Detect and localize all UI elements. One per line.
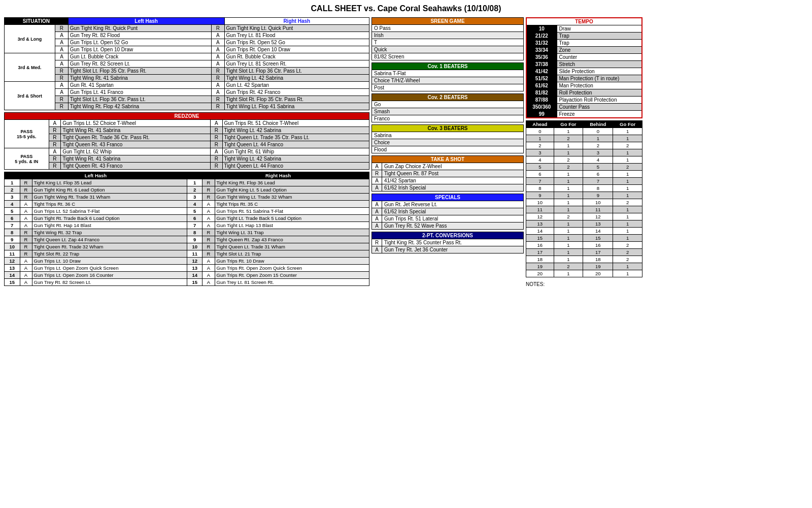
rh-play: Tight Slot Lt. 21 Trap [215,250,369,258]
letter-cell: A [372,201,382,208]
gofor-column-header: Go For [554,121,583,128]
row-number: 3 [5,194,20,201]
gofor-cell: 20 [583,270,613,277]
letter-cell: R [202,194,215,201]
gofor-cell: 1 [554,192,583,199]
letter-cell: A [20,201,32,208]
letter-cell: R [202,186,215,194]
letter-cell: R [211,155,223,163]
gofor-cell: 8 [526,185,554,192]
letter-cell: A [202,258,215,265]
cov2-header: Cov. 2 BEATERS [372,94,524,101]
letter-cell: R [20,186,32,194]
letter-cell: R [49,141,61,148]
gofor-cell: 15 [526,235,554,242]
tempo-number: 350/360 [526,104,557,111]
cov2-beaters-table: Cov. 2 BEATERS GoSmashFranco [371,93,524,122]
conversions-table: 2-PT. CONVERSIONS RTight King Rt. 35 Cou… [371,232,524,253]
situation-group-label: 3rd & Short [5,82,55,110]
letter-cell: A [372,215,382,223]
notes-section: NOTES: [526,281,642,287]
gofor-cell: 2 [583,142,613,149]
row-number: 7 [187,222,202,229]
letter-cell: A [20,258,32,265]
letter-cell: A [212,46,224,53]
lh-play: Tight Queen Rt. 43 Franco [61,141,211,148]
letter-cell: A [372,177,382,184]
letter-cell: A [202,215,215,222]
shot-header: TAKE A SHOT [372,156,524,163]
letter-cell: A [20,222,32,229]
tempo-table: TEMPO 10Draw21/22Trap31/32Trap33/34Zone3… [526,17,642,118]
gofor-cell: 1 [554,270,583,277]
letter-cell: A [212,82,224,89]
letter-cell: R [211,134,223,141]
lh-play: Tight Slot Lt. Flop 35 Ctr. Pass Rt. [68,68,211,75]
gofor-cell: 1 [554,242,583,249]
gofor-cell: 0 [583,128,613,135]
rh-play: Tight Queen Rt. Zap 43 Franco [215,236,369,243]
letter-cell: A [20,272,32,279]
row-number: 6 [187,215,202,222]
conversions-header: 2-PT. CONVERSIONS [372,232,524,239]
row-number: 8 [187,229,202,236]
gofor-cell: 3 [583,149,613,156]
gofor-cell: 1 [613,149,642,156]
lh-play: Gun Trips Lt. 52 Sabrina T-Flat [32,208,187,215]
rh-play: Tight Trips Rt. 35 C [215,201,369,208]
rh-play: Gun Trips Rt. 51 Sabrina T-Flat [215,208,369,215]
gofor-cell: 1 [613,263,642,270]
letter-cell: A [55,53,68,60]
gofor-cell: 1 [583,135,613,142]
letter-cell: R [211,163,223,170]
lh-play: Gun Trey Rt. 82 Screen Lt. [68,60,211,68]
tempo-number: 10 [526,25,557,33]
gofor-cell: 1 [554,171,583,178]
cov3-item: Choice [372,139,524,146]
letter-cell: R [49,163,61,170]
rh-play: Gun Trey Lt. 81 Screen Rt. [224,60,369,68]
letter-cell: A [55,82,68,89]
rh-play: Tight Slot Rt. Flop 35 Ctr. Pass Rt. [224,96,369,103]
rh-play: Gun Tight Lt. Hap 13 Blast [215,222,369,229]
lh-play: Tight Queen Rt. 43 Franco [61,163,211,170]
letter-cell: R [49,155,61,163]
tempo-label: Counter [557,54,642,61]
row-number: 3 [187,194,202,201]
gofor-cell: 6 [526,171,554,178]
row-number: 11 [5,250,20,258]
letter-cell: A [20,279,32,286]
sreen-item: Irish [372,32,524,39]
rh-play: Gun Trips Rt. 10 Draw [215,258,369,265]
rh-play: Gun Trey Lt. 81 Screen Rt. [215,279,369,286]
sreen-item: O Pass [372,25,524,32]
letter-cell: A [55,39,68,46]
gofor-cell: 4 [526,156,554,164]
pass-15-5-label: PASS 15-5 yds. [5,120,49,148]
sreen-game-table: SREEN GAME O PassIrishTQuick81/82 Screen [371,17,524,60]
gofor-cell: 19 [583,263,613,270]
tempo-label: Freeze [557,111,642,118]
lh-play: Gun Trips Lt. 10 Draw [32,258,187,265]
letter-cell: R [20,236,32,243]
tempo-header: TEMPO [526,18,642,25]
letter-cell: A [372,246,382,253]
row-number: 13 [5,265,20,272]
tempo-label: Draw [557,25,642,33]
gofor-cell: 16 [526,242,554,249]
letter-cell: A [372,184,382,192]
gofor-cell: 1 [554,220,583,228]
lh-play: Tight Slot Rt. 22 Trap [32,250,187,258]
gofor-cell: 1 [554,256,583,263]
rh-play: Gun Tight Lt. Trade Back 5 Load Option [215,215,369,222]
letter-cell: R [55,103,68,110]
row-number: 12 [5,258,20,265]
row-number: 1 [187,179,202,186]
gofor-cell: 9 [583,192,613,199]
gofor-cell: 12 [526,213,554,220]
letter-cell: R [20,229,32,236]
gofor-table: AheadGo ForBehindGo For 0101121121223131… [526,120,642,277]
row-number: 7 [5,222,20,229]
situation-group-label: 3rd & Long [5,25,55,53]
rh-play: Tight King Rt. Flop 36 Lead [215,179,369,186]
